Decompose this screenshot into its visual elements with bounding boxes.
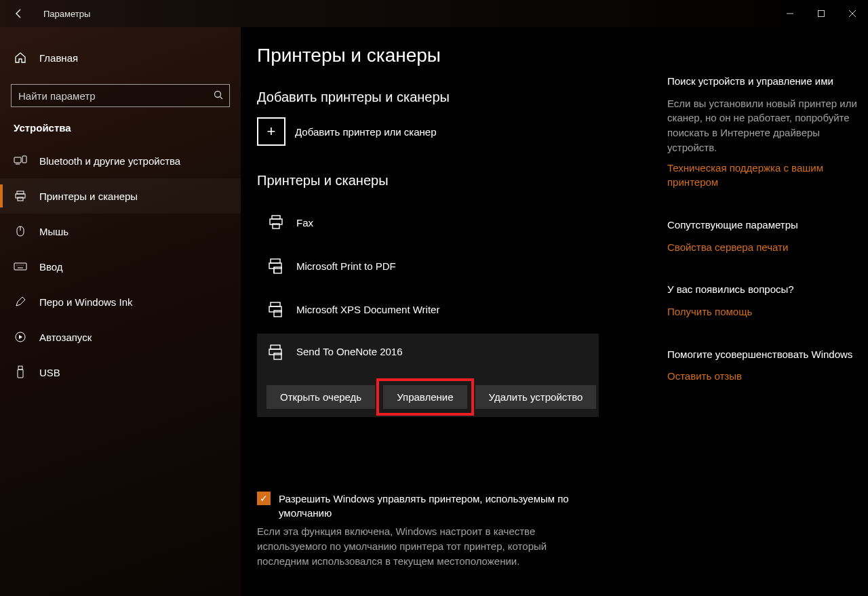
sidebar-item-usb[interactable]: USB [0,355,241,390]
device-item-onenote-selected[interactable]: Send To OneNote 2016 Открыть очередь Упр… [257,334,599,417]
titlebar: Параметры [0,0,868,27]
printer-icon [267,214,285,231]
close-button[interactable] [837,3,868,24]
sidebar-item-typing[interactable]: Ввод [0,249,241,284]
search-input[interactable] [18,90,213,102]
search-box[interactable] [11,84,230,107]
device-label: Microsoft Print to PDF [296,260,396,272]
mouse-icon [14,225,27,237]
svg-point-17 [21,265,22,266]
svg-point-4 [215,91,221,97]
related-links-panel: Поиск устройств и управление ими Если вы… [660,45,864,596]
sidebar-item-mouse[interactable]: Мышь [0,214,241,249]
print-to-file-icon [267,343,285,361]
add-section-heading: Добавить принтеры и сканеры [257,90,660,105]
search-icon [213,90,224,102]
feedback-link[interactable]: Оставить отзыв [667,369,864,384]
printer-icon [14,190,27,202]
keyboard-icon [14,262,27,271]
nav-section-heading: Устройства [0,122,241,134]
svg-rect-30 [269,306,281,312]
svg-rect-6 [14,157,21,163]
checkbox-default-printer[interactable]: ✓ [257,492,271,505]
sidebar-item-printers[interactable]: Принтеры и сканеры [0,178,241,214]
svg-rect-22 [18,370,23,378]
autoplay-icon [14,331,27,343]
device-list: Fax Microsoft Print to PDF Microsoft XPS… [257,201,660,417]
pen-icon [14,296,27,308]
sidebar-item-pen[interactable]: Перо и Windows Ink [0,284,241,319]
svg-rect-26 [271,259,280,263]
back-button[interactable] [9,4,28,23]
svg-point-16 [19,265,20,266]
svg-rect-32 [271,345,280,349]
svg-rect-29 [271,302,280,306]
device-item-xps[interactable]: Microsoft XPS Document Writer [257,287,660,331]
default-printer-option: ✓ Разрешить Windows управлять принтером,… [257,492,596,568]
arrow-left-icon [14,8,24,19]
home-icon [14,52,27,64]
svg-rect-9 [17,191,24,194]
sidebar-item-label: Принтеры и сканеры [39,191,138,202]
sidebar-item-label: Мышь [39,226,68,237]
add-device-row[interactable]: + Добавить принтер или сканер [257,117,660,146]
sidebar-item-autoplay[interactable]: Автозапуск [0,319,241,355]
main-content: Принтеры и сканеры Добавить принтеры и с… [241,27,868,596]
svg-rect-1 [818,11,825,17]
checkbox-description: Если эта функция включена, Windows настр… [257,524,596,568]
device-label: Microsoft XPS Document Writer [296,304,439,315]
svg-rect-33 [269,349,281,355]
svg-rect-23 [272,216,280,219]
list-section-heading: Принтеры и сканеры [257,173,660,188]
usb-icon [14,365,27,379]
sidebar-item-label: Автозапуск [39,332,92,343]
home-label: Главная [39,52,78,64]
related-text: Если вы установили новый принтер или ска… [667,96,864,155]
checkbox-label: Разрешить Windows управлять принтером, и… [279,492,596,520]
devices-icon [14,155,27,166]
device-action-buttons: Открыть очередь Управление Удалить устро… [267,385,599,417]
svg-rect-21 [18,366,22,370]
device-label: Send To OneNote 2016 [296,343,403,357]
device-item-print-pdf[interactable]: Microsoft Print to PDF [257,244,660,287]
print-server-link[interactable]: Свойства сервера печати [667,240,864,255]
related-heading: Помогите усовершенствовать Windows [667,348,864,361]
print-to-file-icon [267,300,285,318]
sidebar-item-label: USB [39,367,60,378]
print-to-file-icon [267,257,285,275]
plus-icon: + [257,117,285,146]
open-queue-button[interactable]: Открыть очередь [267,385,375,409]
svg-point-15 [17,265,18,266]
window-title: Параметры [43,9,90,19]
svg-point-18 [23,265,24,266]
sidebar: Главная Устройства Bluetooth и другие ус… [0,27,241,596]
svg-rect-7 [22,156,26,163]
window-controls [774,3,868,24]
page-title: Принтеры и сканеры [257,45,660,66]
maximize-button[interactable] [806,3,837,24]
device-item-fax[interactable]: Fax [257,201,660,244]
get-help-link[interactable]: Получить помощь [667,304,864,319]
support-link[interactable]: Техническая поддержка с вашим принтером [667,161,864,191]
sidebar-item-label: Перо и Windows Ink [39,296,133,308]
sidebar-item-label: Bluetooth и другие устройства [39,155,180,167]
remove-device-button[interactable]: Удалить устройство [475,385,597,409]
device-label: Fax [296,217,313,229]
svg-rect-27 [269,263,281,269]
minimize-button[interactable] [774,3,806,24]
related-heading: Сопутствующие параметры [667,218,864,232]
svg-line-5 [220,96,223,99]
svg-rect-14 [14,263,26,270]
manage-button[interactable]: Управление [383,385,467,409]
related-heading: Поиск устройств и управление ими [667,75,864,88]
sidebar-item-bluetooth[interactable]: Bluetooth и другие устройства [0,143,241,178]
related-heading: У вас появились вопросы? [667,283,864,296]
add-device-label: Добавить принтер или сканер [295,126,437,138]
home-nav[interactable]: Главная [0,45,241,71]
sidebar-item-label: Ввод [39,261,63,273]
